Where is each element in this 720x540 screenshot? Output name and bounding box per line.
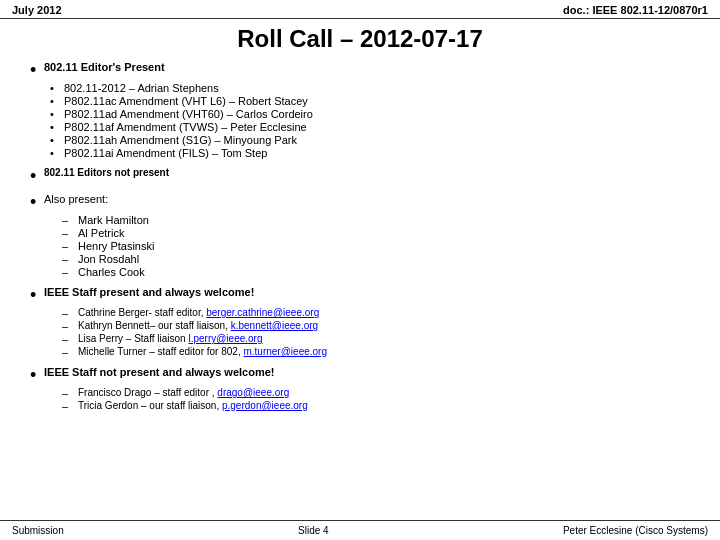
list-item: – Mark Hamilton <box>62 214 690 226</box>
also-2: Al Petrick <box>78 227 124 239</box>
also-present-item: • Also present: <box>30 193 690 211</box>
also-1: Mark Hamilton <box>78 214 149 226</box>
editors-not-present-item: • 802.11 Editors not present <box>30 167 690 185</box>
also-present-section: • Also present: – Mark Hamilton – Al Pet… <box>30 193 690 278</box>
staff-np-1-email[interactable]: drago@ieee.org <box>217 387 289 398</box>
footer-bar: Submission Slide 4 Peter Ecclesine (Cisc… <box>0 520 720 540</box>
editor-5: P802.11ah Amendment (S1G) – Minyoung Par… <box>64 134 297 146</box>
bullet-dot-1: • <box>30 61 44 79</box>
list-item: • P802.11ah Amendment (S1G) – Minyoung P… <box>50 134 690 146</box>
editors-present-list: • 802.11-2012 – Adrian Stephens • P802.1… <box>50 82 690 159</box>
bullet-dot-2: • <box>30 167 44 185</box>
list-item: – Lisa Perry – Staff liaison l.perry@iee… <box>62 333 690 345</box>
staff-np-1: Francisco Drago – staff editor , drago@i… <box>78 387 289 399</box>
footer-center: Slide 4 <box>298 525 329 536</box>
editor-6: P802.11ai Amendment (FILS) – Tom Step <box>64 147 267 159</box>
bullet-dot-4: • <box>30 286 44 304</box>
staff-2-email[interactable]: k.bennett@ieee.org <box>231 320 318 331</box>
staff-not-present-item: • IEEE Staff not present and always welc… <box>30 366 690 384</box>
also-present-label: Also present: <box>44 193 108 205</box>
bullet-dot-5: • <box>30 366 44 384</box>
staff-4: Michelle Turner – staff editor for 802, … <box>78 346 327 358</box>
staff-3: Lisa Perry – Staff liaison l.perry@ieee.… <box>78 333 263 345</box>
editors-present-section: • 802.11 Editor's Present • 802.11-2012 … <box>30 61 690 159</box>
header-bar: July 2012 doc.: IEEE 802.11-12/0870r1 <box>0 0 720 19</box>
list-item: • P802.11ac Amendment (VHT L6) – Robert … <box>50 95 690 107</box>
staff-np-2-email[interactable]: p.gerdon@ieee.org <box>222 400 308 411</box>
header-date: July 2012 <box>12 4 62 16</box>
staff-not-present-section: • IEEE Staff not present and always welc… <box>30 366 690 412</box>
staff-present-section: • IEEE Staff present and always welcome!… <box>30 286 690 358</box>
staff-4-email[interactable]: m.turner@ieee.org <box>243 346 327 357</box>
also-5: Charles Cook <box>78 266 145 278</box>
bullet-dot-3: • <box>30 193 44 211</box>
editors-not-present-section: • 802.11 Editors not present <box>30 167 690 185</box>
list-item: • 802.11-2012 – Adrian Stephens <box>50 82 690 94</box>
editor-2: P802.11ac Amendment (VHT L6) – Robert St… <box>64 95 308 107</box>
editor-1: 802.11-2012 – Adrian Stephens <box>64 82 219 94</box>
staff-3-email[interactable]: l.perry@ieee.org <box>188 333 262 344</box>
editors-not-present-label: 802.11 Editors not present <box>44 167 169 178</box>
staff-np-2: Tricia Gerdon – our staff liaison, p.ger… <box>78 400 308 412</box>
header-doc: doc.: IEEE 802.11-12/0870r1 <box>563 4 708 16</box>
list-item: – Al Petrick <box>62 227 690 239</box>
staff-not-present-list: – Francisco Drago – staff editor , drago… <box>62 387 690 412</box>
staff-1-email[interactable]: berger.cathrine@ieee.org <box>206 307 319 318</box>
list-item: – Henry Ptasinski <box>62 240 690 252</box>
list-item: – Cathrine Berger- staff editor, berger.… <box>62 307 690 319</box>
list-item: – Jon Rosdahl <box>62 253 690 265</box>
editors-present-label: 802.11 Editor's Present <box>44 61 165 73</box>
editor-4: P802.11af Amendment (TVWS) – Peter Eccle… <box>64 121 307 133</box>
list-item: – Michelle Turner – staff editor for 802… <box>62 346 690 358</box>
page-title: Roll Call – 2012-07-17 <box>0 19 720 61</box>
list-item: – Kathryn Bennett– our staff liaison, k.… <box>62 320 690 332</box>
list-item: • P802.11ad Amendment (VHT60) – Carlos C… <box>50 108 690 120</box>
editor-3: P802.11ad Amendment (VHT60) – Carlos Cor… <box>64 108 313 120</box>
footer-right: Peter Ecclesine (Cisco Systems) <box>563 525 708 536</box>
list-item: • P802.11ai Amendment (FILS) – Tom Step <box>50 147 690 159</box>
staff-present-item: • IEEE Staff present and always welcome! <box>30 286 690 304</box>
staff-1: Cathrine Berger- staff editor, berger.ca… <box>78 307 319 319</box>
also-3: Henry Ptasinski <box>78 240 154 252</box>
list-item: – Tricia Gerdon – our staff liaison, p.g… <box>62 400 690 412</box>
main-content: • 802.11 Editor's Present • 802.11-2012 … <box>0 61 720 412</box>
staff-present-label: IEEE Staff present and always welcome! <box>44 286 254 298</box>
staff-present-list: – Cathrine Berger- staff editor, berger.… <box>62 307 690 358</box>
editors-present-item: • 802.11 Editor's Present <box>30 61 690 79</box>
list-item: • P802.11af Amendment (TVWS) – Peter Ecc… <box>50 121 690 133</box>
also-present-list: – Mark Hamilton – Al Petrick – Henry Pta… <box>62 214 690 278</box>
staff-2: Kathryn Bennett– our staff liaison, k.be… <box>78 320 318 332</box>
list-item: – Francisco Drago – staff editor , drago… <box>62 387 690 399</box>
list-item: – Charles Cook <box>62 266 690 278</box>
staff-not-present-label: IEEE Staff not present and always welcom… <box>44 366 274 378</box>
footer-left: Submission <box>12 525 64 536</box>
also-4: Jon Rosdahl <box>78 253 139 265</box>
